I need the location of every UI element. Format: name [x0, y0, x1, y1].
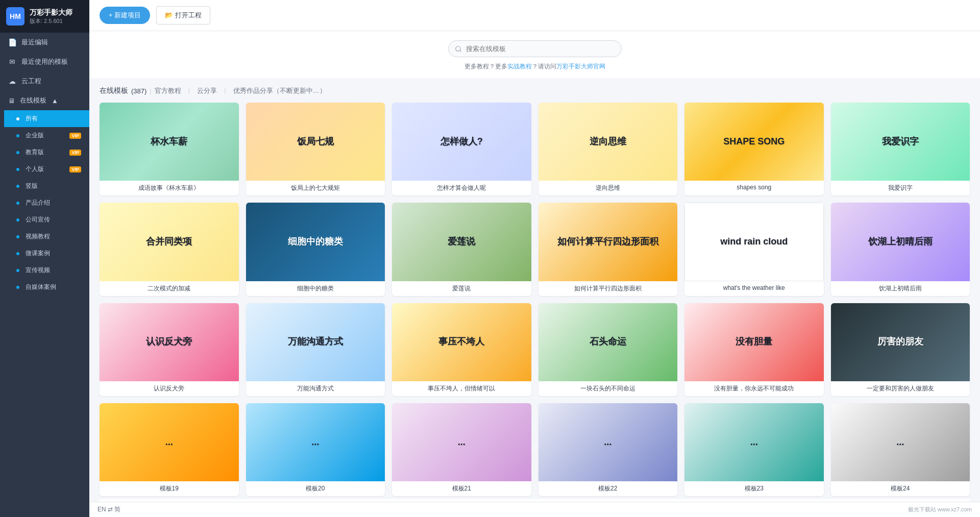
template-grid: 杯水车薪成语故事《杯水车薪》饭局七规饭局上的七大规矩怎样做人?怎样才算会做人呢逆…: [100, 103, 970, 496]
card-label: 模板24: [831, 481, 970, 496]
card-label: 怎样才算会做人呢: [392, 181, 531, 195]
card-thumbnail: ...: [831, 403, 970, 481]
language-switch[interactable]: EN ⇄ 简: [97, 505, 120, 514]
sidebar-item-online-template[interactable]: 🖥 在线模板 ▲: [0, 91, 89, 110]
dot-icon: [16, 202, 19, 205]
template-card[interactable]: 逆向思维逆向思维: [538, 103, 678, 195]
filter-share[interactable]: 云分享: [197, 86, 217, 95]
content-area: 更多教程？更多实战教程？请访问万彩手影大师官网 在线模板 (387) | 官方教…: [89, 31, 980, 502]
sidebar-item-promo-video[interactable]: 宣传视频: [4, 262, 89, 279]
dot-icon: [16, 134, 19, 137]
sidebar-submenu: 所有 企业版 VIP 教育版 VIP 个人版 VIP 竖版 产品介绍 公司宣传: [0, 110, 89, 296]
template-card[interactable]: 爱莲说爱莲说: [392, 203, 531, 296]
card-label: 事压不垮人，但情绪可以: [392, 381, 531, 396]
template-card[interactable]: 厉害的朋友一定要和厉害的人做朋友: [831, 303, 970, 396]
sidebar-item-self-media[interactable]: 自媒体案例: [4, 279, 89, 296]
sidebar-item-enterprise[interactable]: 企业版 VIP: [4, 127, 89, 144]
sidebar-item-education[interactable]: 教育版 VIP: [4, 144, 89, 161]
separator: |: [224, 86, 226, 95]
sidebar-item-video-tutorial[interactable]: 视频教程: [4, 228, 89, 245]
sidebar-item-all[interactable]: 所有: [4, 110, 89, 127]
filter-official[interactable]: 官方教程: [155, 86, 181, 95]
card-thumbnail-text: ...: [748, 435, 760, 450]
search-input[interactable]: [448, 40, 622, 57]
card-thumbnail-text: SHAPE SONG: [721, 134, 787, 150]
card-thumbnail: 怎样做人?: [392, 103, 531, 181]
template-section-title: 在线模板: [100, 86, 128, 95]
filter-excellent[interactable]: 优秀作品分享（不断更新中…）: [233, 86, 326, 95]
search-container: [100, 40, 970, 57]
dot-icon: [16, 252, 19, 255]
card-label: 没有胆量，你永远不可能成功: [684, 381, 824, 396]
card-thumbnail: ...: [246, 403, 385, 481]
card-label: 一块石头的不同命运: [538, 381, 678, 396]
card-label: 模板22: [538, 481, 678, 496]
template-card[interactable]: 石头命运一块石头的不同命运: [538, 303, 678, 396]
card-thumbnail: 认识反犬旁: [100, 303, 239, 381]
sidebar-item-recent-template[interactable]: ✉ 最近使用的模板: [0, 52, 89, 71]
template-card[interactable]: 事压不垮人事压不垮人，但情绪可以: [392, 303, 531, 396]
sidebar-item-personal[interactable]: 个人版 VIP: [4, 161, 89, 178]
bottom-bar: EN ⇄ 简 极光下载站 www.xz7.com: [89, 502, 980, 517]
tutorial-link[interactable]: 实战教程: [507, 63, 532, 70]
template-card[interactable]: ...模板23: [684, 403, 824, 496]
template-card[interactable]: ...模板24: [831, 403, 970, 496]
sidebar-item-lite[interactable]: 竖版: [4, 178, 89, 194]
sidebar-item-micro-case[interactable]: 微课案例: [4, 245, 89, 262]
sidebar-item-recent-edit[interactable]: 📄 最近编辑: [0, 33, 89, 52]
card-thumbnail: ...: [684, 403, 824, 481]
template-card[interactable]: 怎样做人?怎样才算会做人呢: [392, 103, 531, 195]
template-card[interactable]: ...模板19: [100, 403, 239, 496]
template-card[interactable]: 合并同类项二次模式的加减: [100, 203, 239, 296]
dot-icon: [16, 218, 19, 221]
card-thumbnail-text: ...: [309, 435, 321, 450]
template-card[interactable]: 我爱识字我爱识字: [831, 103, 970, 195]
card-thumbnail: 万能沟通方式: [246, 303, 385, 381]
open-project-button[interactable]: 📂 打开工程: [156, 6, 210, 24]
card-thumbnail: 没有胆量: [684, 303, 824, 381]
card-thumbnail: ...: [100, 403, 239, 481]
card-label: 爱莲说: [392, 281, 531, 296]
card-label: 认识反犬旁: [100, 381, 239, 396]
template-card[interactable]: 万能沟通方式万能沟通方式: [246, 303, 385, 396]
sidebar: HM 万彩手影大师 版本: 2.5.601 📄 最近编辑 ✉ 最近使用的模板 ☁…: [0, 0, 89, 517]
template-card[interactable]: SHAPE SONGshapes song: [684, 103, 824, 195]
new-project-button[interactable]: + 新建项目: [100, 7, 150, 24]
logo: HM: [6, 7, 24, 26]
card-label: 万能沟通方式: [246, 381, 385, 396]
sidebar-item-company[interactable]: 公司宣传: [4, 211, 89, 228]
template-card[interactable]: 饮湖上初晴后雨饮湖上初晴后雨: [831, 203, 970, 296]
sidebar-item-label: 视频教程: [26, 232, 81, 241]
template-card[interactable]: 认识反犬旁认识反犬旁: [100, 303, 239, 396]
card-thumbnail-text: 我爱识字: [880, 134, 921, 150]
template-card[interactable]: ...模板22: [538, 403, 678, 496]
sidebar-item-product[interactable]: 产品介绍: [4, 194, 89, 211]
sidebar-item-label: 最近编辑: [21, 38, 81, 47]
sidebar-item-label: 教育版: [26, 148, 64, 157]
dot-icon: [16, 269, 19, 272]
template-card[interactable]: 没有胆量没有胆量，你永远不可能成功: [684, 303, 824, 396]
template-card[interactable]: 细胞中的糖类细胞中的糖类: [246, 203, 385, 296]
card-thumbnail-text: 饮湖上初晴后雨: [866, 234, 935, 250]
sidebar-item-label: 所有: [26, 114, 81, 123]
template-header: 在线模板 (387) | 官方教程 | 云分享 | 优秀作品分享（不断更新中…）: [100, 86, 970, 95]
dot-icon: [16, 185, 19, 188]
official-site-link[interactable]: 万彩手影大师官网: [556, 63, 605, 70]
template-card[interactable]: ...模板21: [392, 403, 531, 496]
template-card[interactable]: 杯水车薪成语故事《杯水车薪》: [100, 103, 239, 195]
card-thumbnail: 如何计算平行四边形面积: [538, 203, 678, 281]
card-thumbnail: 细胞中的糖类: [246, 203, 385, 281]
filter-separator: |: [150, 87, 151, 95]
separator: |: [188, 86, 190, 95]
monitor-icon: 🖥: [8, 97, 15, 105]
template-card[interactable]: 饭局七规饭局上的七大规矩: [246, 103, 385, 195]
template-card[interactable]: 如何计算平行四边形面积如何计算平行四边形面积: [538, 203, 678, 296]
template-card[interactable]: ...模板20: [246, 403, 385, 496]
sidebar-item-label: 在线模板: [20, 96, 46, 105]
app-title: 万彩手影大师: [30, 8, 72, 17]
sidebar-item-cloud[interactable]: ☁ 云工程: [0, 71, 89, 91]
sidebar-item-label: 公司宣传: [26, 215, 81, 224]
card-label: what's the weather like: [684, 281, 824, 294]
template-card[interactable]: wind rain cloudwhat's the weather like: [684, 203, 824, 296]
card-label: 如何计算平行四边形面积: [538, 281, 678, 296]
